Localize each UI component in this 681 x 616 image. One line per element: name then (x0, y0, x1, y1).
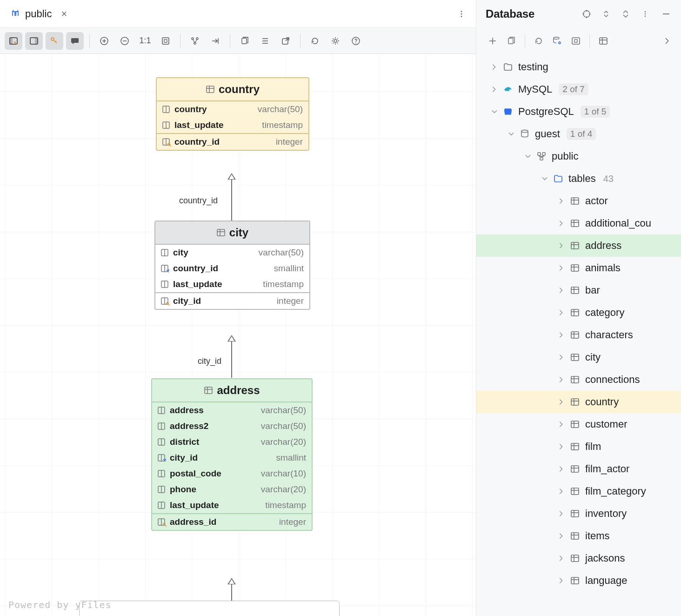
help-button[interactable] (347, 32, 365, 50)
tree-node-city[interactable]: city (476, 346, 681, 368)
datasource-properties-button[interactable] (549, 33, 565, 49)
copy-button[interactable] (236, 32, 254, 50)
refresh-button[interactable] (306, 32, 324, 50)
entity-column-row[interactable]: postal_code varchar(10) (152, 466, 312, 482)
zoom-in-button[interactable] (95, 32, 113, 50)
zoom-out-button[interactable] (116, 32, 134, 50)
tree-node-additional_cou[interactable]: additional_cou (476, 212, 681, 234)
show-comments-button[interactable] (66, 32, 84, 50)
tree-node-inventory[interactable]: inventory (476, 502, 681, 525)
tree-node-characters[interactable]: characters (476, 324, 681, 346)
entity-column-row[interactable]: address_id integer (152, 513, 312, 530)
entity-header[interactable]: country (157, 78, 308, 101)
tab-menu-button[interactable] (454, 7, 469, 20)
entity-column-row[interactable]: address varchar(50) (152, 402, 312, 418)
entity-column-row[interactable]: phone varchar(20) (152, 482, 312, 497)
tree-node-guest[interactable]: guest 1 of 4 (476, 123, 681, 145)
entity-header[interactable]: address (152, 379, 312, 402)
entity-city[interactable]: city city varchar(50) country_id smallin… (154, 221, 310, 310)
disclose-icon[interactable] (558, 220, 565, 227)
disclose-icon[interactable] (558, 242, 565, 249)
locate-button[interactable] (579, 6, 594, 22)
disclose-icon[interactable] (491, 86, 498, 93)
collapse-all-button[interactable] (618, 6, 634, 22)
tree-node-public[interactable]: public (476, 145, 681, 167)
open-console-button[interactable] (595, 33, 611, 49)
disclose-icon[interactable] (558, 309, 565, 316)
fit-content-button[interactable] (157, 32, 174, 50)
disclose-icon[interactable] (558, 265, 565, 271)
tree-node-film[interactable]: film (476, 435, 681, 458)
entity-column-row[interactable]: country varchar(50) (157, 101, 308, 117)
entity-column-row[interactable]: city_id smallint (152, 450, 312, 466)
tree-node-language[interactable]: language (476, 569, 681, 592)
tree-node-actor[interactable]: actor (476, 190, 681, 212)
entity-column-row[interactable]: last_update timestamp (155, 276, 309, 292)
toggle-left-panel-button[interactable] (5, 32, 22, 50)
disclose-icon[interactable] (541, 175, 548, 182)
tree-node-address[interactable]: address (476, 234, 681, 257)
scroll-right-button[interactable] (660, 33, 675, 49)
tree-node-PostgreSQL[interactable]: PostgreSQL 1 of 5 (476, 100, 681, 123)
layout-button[interactable] (186, 32, 204, 50)
disclose-icon[interactable] (508, 131, 514, 137)
panel-options-button[interactable] (637, 6, 653, 22)
disclose-icon[interactable] (491, 108, 498, 115)
entity-column-row[interactable]: last_update timestamp (157, 117, 308, 133)
entity-column-row[interactable]: city_id integer (155, 292, 309, 309)
disclose-icon[interactable] (558, 466, 565, 472)
tree-node-film_category[interactable]: film_category (476, 480, 681, 502)
tree-node-testing[interactable]: testing (476, 56, 681, 78)
list-button[interactable] (256, 32, 274, 50)
disclose-icon[interactable] (558, 555, 565, 562)
tree-node-film_actor[interactable]: film_actor (476, 458, 681, 480)
disconnect-button[interactable] (568, 33, 584, 49)
export-button[interactable] (277, 32, 294, 50)
duplicate-button[interactable] (503, 33, 519, 49)
disclose-icon[interactable] (558, 510, 565, 517)
disclose-icon[interactable] (558, 533, 565, 539)
disclose-icon[interactable] (558, 198, 565, 204)
editor-tab-public[interactable]: public (7, 5, 55, 23)
tab-close-button[interactable]: × (61, 8, 67, 20)
entity-column-row[interactable]: district varchar(20) (152, 434, 312, 450)
settings-button[interactable] (327, 32, 344, 50)
tree-node-tables[interactable]: tables 43 (476, 167, 681, 190)
tree-node-bar[interactable]: bar (476, 279, 681, 301)
diagram-canvas[interactable]: country country varchar(50) last_update … (0, 54, 476, 616)
tree-node-connections[interactable]: connections (476, 368, 681, 391)
entity-address[interactable]: address address varchar(50) address2 var… (151, 378, 313, 531)
tree-node-category[interactable]: category (476, 301, 681, 324)
show-keys-button[interactable] (46, 32, 63, 50)
entity-column-row[interactable]: last_update timestamp (152, 497, 312, 513)
disclose-icon[interactable] (558, 376, 565, 383)
disclose-icon[interactable] (558, 354, 565, 361)
entity-column-row[interactable]: country_id integer (157, 133, 308, 150)
tree-node-MySQL[interactable]: MySQL 2 of 7 (476, 78, 681, 100)
disclose-icon[interactable] (558, 287, 565, 294)
tree-node-customer[interactable]: customer (476, 413, 681, 435)
entity-country[interactable]: country country varchar(50) last_update … (156, 77, 309, 151)
tree-node-items[interactable]: items (476, 525, 681, 547)
entity-column-row[interactable]: address2 varchar(50) (152, 418, 312, 434)
disclose-icon[interactable] (558, 399, 565, 405)
tree-node-animals[interactable]: animals (476, 257, 681, 279)
expand-collapse-button[interactable] (598, 6, 614, 22)
disclose-icon[interactable] (558, 421, 565, 428)
entity-partial[interactable] (79, 601, 340, 616)
tree-node-country[interactable]: country (476, 391, 681, 413)
db-refresh-button[interactable] (531, 33, 547, 49)
disclose-icon[interactable] (525, 153, 531, 160)
toggle-right-panel-button[interactable] (25, 32, 43, 50)
disclose-icon[interactable] (558, 577, 565, 584)
disclose-icon[interactable] (491, 64, 498, 70)
tree-node-jacksons[interactable]: jacksons (476, 547, 681, 569)
goto-button[interactable] (207, 32, 224, 50)
add-datasource-button[interactable] (485, 33, 501, 49)
disclose-icon[interactable] (558, 332, 565, 338)
disclose-icon[interactable] (558, 488, 565, 495)
entity-column-row[interactable]: city varchar(50) (155, 245, 309, 261)
hide-panel-button[interactable] (657, 6, 675, 22)
disclose-icon[interactable] (558, 443, 565, 450)
entity-column-row[interactable]: country_id smallint (155, 261, 309, 276)
